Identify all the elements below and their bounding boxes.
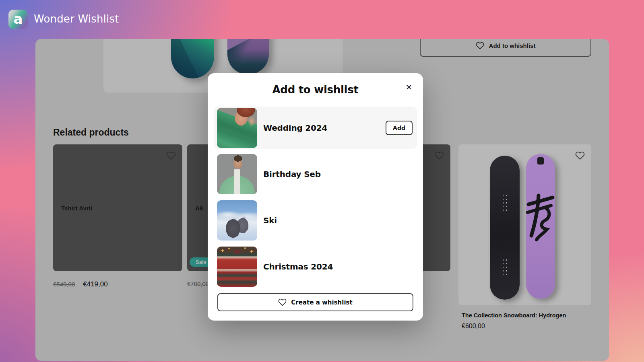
add-to-wishlist-modal: Add to wishlist ✕ Wedding 2024 Add Birth…: [208, 73, 423, 321]
create-whishlist-button[interactable]: Create a whishlist: [217, 293, 413, 311]
brand-logo[interactable]: a: [8, 10, 28, 29]
wishlist-name: Birthday Seb: [263, 169, 321, 179]
wishlist-item-birthday-seb[interactable]: Birthday Seb: [214, 153, 417, 195]
wishlist-thumbnail-ski-gloves: [217, 200, 257, 241]
wishlist-name: Wedding 2024: [263, 123, 327, 133]
wishlist-name: Ski: [263, 216, 277, 225]
wishlist-item-christmas-2024[interactable]: Christmas 2024: [214, 245, 417, 288]
close-icon[interactable]: ✕: [404, 82, 414, 93]
app-header: a Wonder Wishlist: [0, 0, 644, 39]
wishlist-thumbnail-christmas-sweater: [217, 247, 257, 287]
brand-title: Wonder Wishlist: [34, 13, 119, 25]
create-whishlist-label: Create a whishlist: [291, 299, 352, 306]
wishlist-item-ski[interactable]: Ski: [214, 199, 417, 242]
wishlist-name: Christmas 2024: [263, 262, 333, 272]
add-button[interactable]: Add: [386, 121, 413, 135]
wishlist-list: Wedding 2024 Add Birthday Seb Ski Christ…: [214, 107, 417, 288]
modal-title: Add to wishlist: [208, 73, 423, 96]
wishlist-thumbnail-woman-green-dress: [217, 108, 257, 148]
wishlist-thumbnail-man-green-suit: [217, 154, 257, 194]
wishlist-item-wedding-2024[interactable]: Wedding 2024 Add: [214, 107, 417, 149]
heart-outline-icon: [278, 298, 287, 306]
brand-logo-letter: a: [14, 12, 23, 26]
